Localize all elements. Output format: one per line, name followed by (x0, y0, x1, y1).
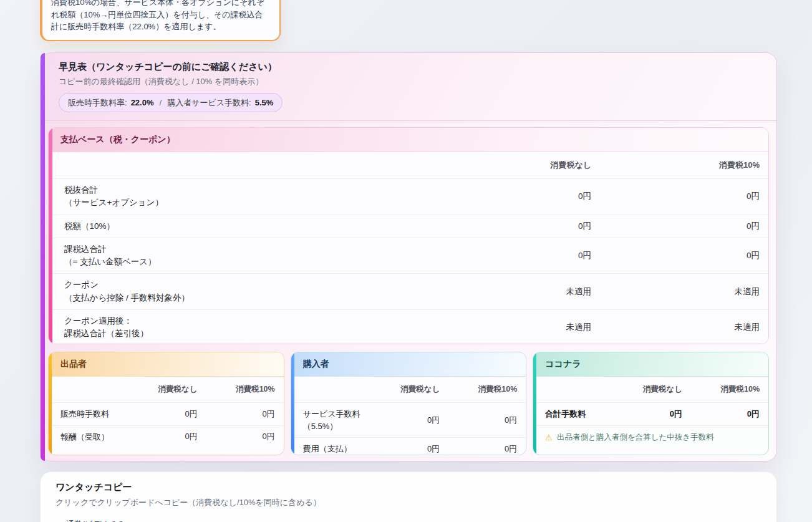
table-row: クーポン適用後： 課税込合計（差引後） 未適用 未適用 (52, 309, 768, 344)
cell-tax10: 未適用 (591, 322, 760, 333)
cell-tax10: 未適用 (591, 286, 760, 297)
row-label-line1: クーポン (64, 279, 423, 291)
cell-no-tax: 0円 (423, 221, 591, 232)
cell-tax10: 0円 (682, 408, 760, 420)
cell-no-tax: 0円 (423, 191, 591, 202)
cell-tax10: 0円 (591, 191, 760, 202)
seller-table-header: 消費税なし 消費税10% (52, 377, 284, 402)
payment-base-card: 支払ベース（税・クーポン） 消費税なし 消費税10% 税抜合計 （サービス+オプ… (48, 127, 769, 344)
copy-section-title: ワンタッチコピー (56, 481, 761, 493)
tax-note-card: 消費税10%の場合、サービス本体・各オプションにそれぞれ税額（10%→円単位四捨… (40, 0, 281, 41)
buyer-fee-rate-value: 5.5% (255, 97, 274, 108)
seller-fee-rate-label: 販売時手数料率: (68, 97, 127, 108)
column-tax10: 消費税10% (440, 384, 517, 395)
warning-icon: ⚠ (545, 433, 553, 442)
seller-card-title: 出品者 (49, 352, 284, 377)
row-label-line1: クーポン適用後： (64, 315, 423, 327)
quick-reference-body: 支払ベース（税・クーポン） 消費税なし 消費税10% 税抜合計 （サービス+オプ… (45, 121, 776, 464)
payment-table-header: 消費税なし 消費税10% (52, 152, 768, 178)
blue-accent-bar (291, 352, 294, 455)
cell-no-tax: 0円 (366, 415, 440, 426)
page-title: 早見表（ワンタッチコピーの前にご確認ください） (59, 60, 763, 73)
row-label: 販売時手数料 (60, 408, 124, 420)
table-row: 課税込合計 （= 支払い金額ベース） 0円 0円 (52, 238, 768, 274)
table-row: サービス手数料（5.5%） 0円 0円 (294, 402, 526, 437)
party-cards-row: 出品者 消費税なし 消費税10% 販売時手数料 0円 0円 報酬（受取） 0円 … (48, 352, 769, 455)
coconala-table-header: 消費税なし 消費税10% (536, 377, 768, 402)
cell-tax10: 0円 (591, 221, 760, 232)
total-fee-row: 合計手数料 0円 0円 (536, 402, 768, 425)
cell-no-tax: 0円 (366, 443, 440, 455)
buyer-card: 購入者 消費税なし 消費税10% サービス手数料（5.5%） 0円 0円 費用（… (291, 352, 527, 455)
buyer-fee-rate-label: 購入者サービス手数料: (167, 97, 251, 108)
row-label-line1: 税抜合計 (64, 184, 423, 196)
cell-tax10: 0円 (440, 443, 517, 455)
row-label: 合計手数料 (545, 408, 609, 420)
cell-no-tax: 0円 (423, 250, 591, 261)
row-label-line2: （= 支払い金額ベース） (64, 256, 423, 268)
row-label-line2: （支払から控除 / 手数料対象外） (64, 292, 423, 304)
seller-fee-rate-value: 22.0% (131, 97, 154, 108)
seller-card: 出品者 消費税なし 消費税10% 販売時手数料 0円 0円 報酬（受取） 0円 … (48, 352, 284, 455)
copy-section-subtitle: クリックでクリップボードへコピー（消費税なし/10%を同時に含める） (56, 497, 761, 508)
column-no-tax: 消費税なし (124, 384, 198, 395)
cell-no-tax: 0円 (124, 431, 198, 442)
footnote-text: 出品者側と購入者側を合算した中抜き手数料 (557, 432, 713, 443)
table-row: 税額（10%） 0円 0円 (52, 215, 768, 238)
row-label: 税額（10%） (64, 220, 423, 233)
table-row: 費用（支払） 0円 0円 (294, 437, 526, 455)
tax-note-text: 消費税10%の場合、サービス本体・各オプションにそれぞれ税額（10%→円単位四捨… (51, 0, 271, 33)
row-label: 課税込合計 （= 支払い金額ベース） (64, 243, 423, 269)
row-label-line1: 税額（10%） (64, 220, 423, 233)
teal-accent-bar (533, 352, 536, 455)
row-label-line2: 課税込合計（差引後） (64, 327, 423, 340)
pink-accent-bar (49, 128, 52, 344)
orange-accent-bar (49, 352, 52, 455)
copy-group-label: 通常/ビデオのみ (66, 519, 761, 522)
row-label-line1: 課税込合計 (64, 243, 423, 256)
page-subtitle: コピー前の最終確認用（消費税なし / 10% を同時表示） (59, 76, 763, 87)
column-no-tax: 消費税なし (609, 384, 682, 395)
quick-reference-header: 早見表（ワンタッチコピーの前にご確認ください） コピー前の最終確認用（消費税なし… (45, 53, 776, 121)
purple-accent-bar (41, 53, 45, 461)
one-touch-copy-card: ワンタッチコピー クリックでクリップボードへコピー（消費税なし/10%を同時に含… (40, 471, 777, 522)
cell-no-tax: 0円 (609, 408, 682, 420)
row-label: 費用（支払） (303, 443, 367, 455)
column-tax10: 消費税10% (591, 160, 760, 171)
coconala-card: ココナラ 消費税なし 消費税10% 合計手数料 0円 0円 ⚠ 出品者側と購入者… (533, 352, 769, 455)
row-label: 税抜合計 （サービス+オプション） (64, 184, 423, 210)
table-row: 販売時手数料 0円 0円 (52, 402, 284, 425)
badge-separator: / (158, 97, 164, 108)
cell-tax10: 0円 (440, 415, 517, 426)
row-label: クーポン適用後： 課税込合計（差引後） (64, 315, 423, 341)
quick-reference-card: 早見表（ワンタッチコピーの前にご確認ください） コピー前の最終確認用（消費税なし… (40, 52, 777, 462)
buyer-card-title: 購入者 (291, 352, 526, 377)
row-label: サービス手数料（5.5%） (303, 408, 367, 432)
column-no-tax: 消費税なし (366, 384, 440, 395)
buyer-table-header: 消費税なし 消費税10% (294, 377, 526, 402)
fee-rate-badge: 販売時手数料率: 22.0% / 購入者サービス手数料: 5.5% (59, 93, 283, 112)
cell-tax10: 0円 (591, 250, 760, 261)
table-row: クーポン （支払から控除 / 手数料対象外） 未適用 未適用 (52, 273, 768, 309)
table-row: 報酬（受取） 0円 0円 (52, 425, 284, 448)
cell-tax10: 0円 (198, 408, 275, 420)
cell-no-tax: 未適用 (423, 322, 591, 333)
coconala-footnote: ⚠ 出品者側と購入者側を合算した中抜き手数料 (536, 425, 768, 449)
column-tax10: 消費税10% (198, 384, 275, 395)
cell-tax10: 0円 (198, 431, 275, 442)
column-no-tax: 消費税なし (423, 160, 591, 171)
coconala-card-title: ココナラ (533, 352, 768, 377)
cell-no-tax: 0円 (124, 408, 198, 420)
table-row: 税抜合計 （サービス+オプション） 0円 0円 (52, 178, 768, 215)
row-label: 報酬（受取） (60, 431, 124, 443)
cell-no-tax: 未適用 (423, 286, 591, 297)
row-label-line2: （サービス+オプション） (64, 196, 423, 209)
payment-base-title: 支払ベース（税・クーポン） (49, 128, 768, 152)
row-label: クーポン （支払から控除 / 手数料対象外） (64, 279, 423, 304)
column-tax10: 消費税10% (682, 384, 760, 395)
